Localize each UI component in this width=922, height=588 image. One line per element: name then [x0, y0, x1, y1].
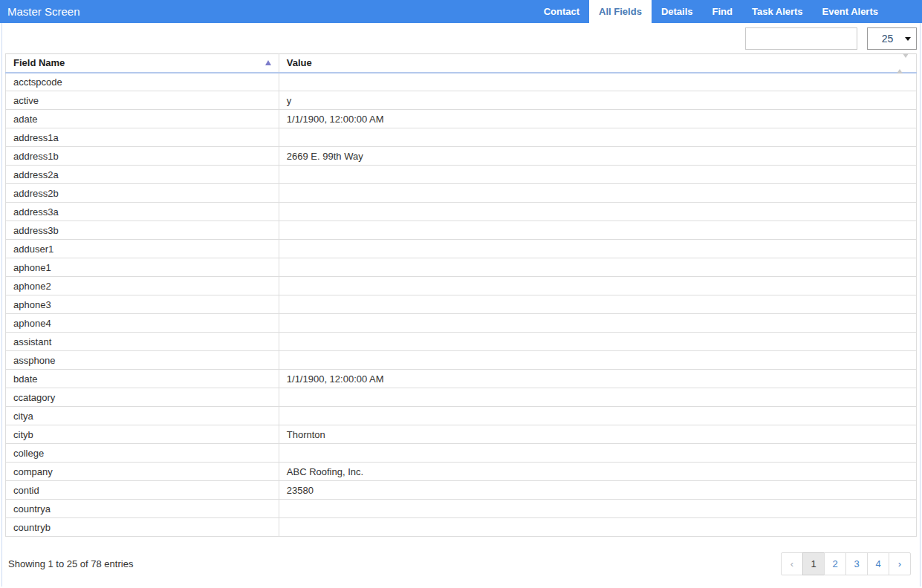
- tab-contact[interactable]: Contact: [534, 0, 589, 23]
- table-header-row: Field Name Value: [6, 54, 917, 73]
- field-name-cell: bdate: [6, 370, 279, 388]
- table-row[interactable]: college: [6, 444, 917, 463]
- field-name-cell: ccatagory: [6, 388, 279, 407]
- field-name-cell: aphone1: [6, 258, 279, 277]
- field-name-cell: aphone2: [6, 277, 279, 295]
- sort-unsorted-icon: [897, 58, 909, 69]
- page-button-2[interactable]: 2: [824, 552, 846, 575]
- field-name-cell: company: [6, 463, 279, 481]
- tab-bar: ContactAll FieldsDetailsFindTask AlertsE…: [534, 0, 888, 23]
- field-value-cell: 23580: [279, 481, 916, 500]
- table-row[interactable]: assistant: [6, 333, 917, 351]
- field-name-cell: address2b: [6, 184, 279, 203]
- entries-info: Showing 1 to 25 of 78 entries: [8, 558, 133, 569]
- field-value-cell: [279, 314, 916, 333]
- field-value-cell: [279, 166, 916, 184]
- page-button-1[interactable]: 1: [802, 552, 825, 575]
- table-row[interactable]: address2b: [6, 184, 917, 203]
- table-row[interactable]: countryb: [6, 518, 917, 537]
- table-row[interactable]: countrya: [6, 500, 917, 518]
- field-value-cell: [279, 500, 916, 518]
- field-value-cell: 1/1/1900, 12:00:00 AM: [279, 370, 916, 388]
- field-value-cell: [279, 258, 916, 277]
- field-name-cell: acctspcode: [6, 73, 279, 91]
- table-row[interactable]: aphone3: [6, 295, 917, 314]
- pagination: ‹1234›: [781, 552, 911, 575]
- page-title: Master Screen: [0, 5, 80, 18]
- table-row[interactable]: activey: [6, 91, 917, 110]
- table-row[interactable]: adate1/1/1900, 12:00:00 AM: [6, 110, 917, 128]
- field-value-cell: [279, 277, 916, 295]
- toolbar: 25: [5, 23, 917, 53]
- field-value-cell: [279, 333, 916, 351]
- sort-ascending-icon: [265, 60, 271, 65]
- tab-all-fields[interactable]: All Fields: [589, 0, 652, 24]
- table-row[interactable]: ccatagory: [6, 388, 917, 407]
- field-value-cell: [279, 221, 916, 240]
- field-value-cell: [279, 73, 916, 91]
- table-row[interactable]: adduser1: [6, 240, 917, 258]
- column-header-value[interactable]: Value: [279, 54, 916, 73]
- table-row[interactable]: contid23580: [6, 481, 917, 500]
- column-header-field-name[interactable]: Field Name: [6, 54, 279, 73]
- field-name-cell: adduser1: [6, 240, 279, 258]
- field-name-cell: address2a: [6, 166, 279, 184]
- search-input[interactable]: [745, 27, 857, 50]
- field-name-cell: citya: [6, 407, 279, 425]
- prev-page-button[interactable]: ‹: [781, 552, 803, 575]
- page-length-select[interactable]: 25: [867, 27, 917, 50]
- table-row[interactable]: aphone4: [6, 314, 917, 333]
- field-value-cell: [279, 407, 916, 425]
- field-name-cell: assphone: [6, 351, 279, 370]
- page-button-4[interactable]: 4: [867, 552, 889, 575]
- tab-event-alerts[interactable]: Event Alerts: [813, 0, 888, 23]
- table-row[interactable]: address1b2669 E. 99th Way: [6, 147, 917, 166]
- field-name-cell: address1b: [6, 147, 279, 166]
- page-button-3[interactable]: 3: [845, 552, 868, 575]
- table-row[interactable]: address3b: [6, 221, 917, 240]
- field-name-cell: address3a: [6, 203, 279, 221]
- table-row[interactable]: bdate1/1/1900, 12:00:00 AM: [6, 370, 917, 388]
- table-row[interactable]: aphone1: [6, 258, 917, 277]
- field-name-cell: assistant: [6, 333, 279, 351]
- table-row[interactable]: address1a: [6, 128, 917, 147]
- column-header-label: Field Name: [13, 57, 65, 68]
- table-row[interactable]: aphone2: [6, 277, 917, 295]
- field-value-cell: [279, 240, 916, 258]
- field-value-cell: Thornton: [279, 425, 916, 444]
- table-body: acctspcodeactiveyadate1/1/1900, 12:00:00…: [6, 73, 917, 537]
- fields-table: Field Name Value acctspcodeactiveyadate1…: [5, 53, 917, 537]
- field-value-cell: [279, 128, 916, 147]
- field-name-cell: aphone3: [6, 295, 279, 314]
- caret-down-icon: [905, 37, 911, 41]
- field-value-cell: [279, 351, 916, 370]
- table-footer: Showing 1 to 25 of 78 entries ‹1234›: [5, 552, 917, 575]
- page-length-value: 25: [882, 33, 894, 45]
- table-row[interactable]: assphone: [6, 351, 917, 370]
- field-value-cell: [279, 295, 916, 314]
- table-row[interactable]: acctspcode: [6, 73, 917, 91]
- field-name-cell: address3b: [6, 221, 279, 240]
- column-header-label: Value: [287, 57, 312, 68]
- table-row[interactable]: citybThornton: [6, 425, 917, 444]
- tab-find[interactable]: Find: [703, 0, 742, 23]
- field-name-cell: cityb: [6, 425, 279, 444]
- field-name-cell: contid: [6, 481, 279, 500]
- field-value-cell: [279, 444, 916, 463]
- field-name-cell: college: [6, 444, 279, 463]
- field-name-cell: adate: [6, 110, 279, 128]
- field-name-cell: countryb: [6, 518, 279, 537]
- table-row[interactable]: address2a: [6, 166, 917, 184]
- table-row[interactable]: address3a: [6, 203, 917, 221]
- field-name-cell: countrya: [6, 500, 279, 518]
- field-name-cell: aphone4: [6, 314, 279, 333]
- field-name-cell: active: [6, 91, 279, 110]
- next-page-button[interactable]: ›: [889, 552, 911, 575]
- field-value-cell: ABC Roofing, Inc.: [279, 463, 916, 481]
- field-value-cell: [279, 203, 916, 221]
- tab-details[interactable]: Details: [652, 0, 703, 23]
- table-row[interactable]: citya: [6, 407, 917, 425]
- table-row[interactable]: companyABC Roofing, Inc.: [6, 463, 917, 481]
- app-header: Master Screen ContactAll FieldsDetailsFi…: [0, 0, 922, 23]
- tab-task-alerts[interactable]: Task Alerts: [742, 0, 813, 23]
